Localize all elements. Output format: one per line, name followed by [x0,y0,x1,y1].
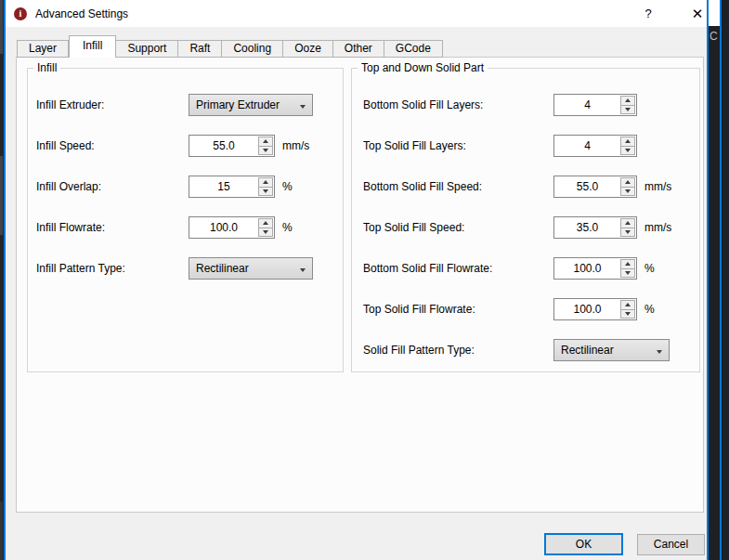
arrow-down-icon [625,108,631,111]
tab-support[interactable]: Support [116,40,178,58]
bottom-solid-fill-flowrate-label: Bottom Solid Fill Flowrate: [363,262,553,275]
spinbox-value[interactable]: 4 [554,95,620,115]
spin-down-button[interactable] [258,187,273,197]
infill-overlap-label: Infill Overlap: [36,180,189,193]
solid-fill-pattern-type-dropdown[interactable]: Rectilinear [553,339,670,361]
tab-cooling[interactable]: Cooling [222,40,283,58]
arrow-down-icon [625,312,631,316]
spinbox-value[interactable]: 4 [554,136,620,156]
arrow-down-icon [263,230,268,234]
spinbox-value[interactable]: 100.0 [554,258,620,279]
infill-extruder-dropdown[interactable]: Primary Extruder [189,94,313,116]
arrow-down-icon [625,189,631,193]
chevron-down-icon [300,98,306,111]
arrow-up-icon [263,221,268,225]
help-button[interactable]: ? [641,7,656,21]
spin-down-button[interactable] [620,268,635,279]
arrow-up-icon [625,262,631,266]
settings-row: Bottom Solid Fill Flowrate:100.0% [352,257,699,280]
app-info-icon: i [14,7,27,20]
background-app-area [709,0,729,560]
tab-gcode[interactable]: GCode [384,40,443,58]
arrow-up-icon [625,139,631,143]
spinbox-value[interactable]: 55.0 [189,136,258,156]
background-app-partial-text: C [709,30,718,43]
settings-row: Infill Overlap:15% [28,176,343,198]
ok-button[interactable]: OK [544,533,623,555]
tab-other[interactable]: Other [333,40,384,58]
infill-speed-spinbox[interactable]: 55.0 [189,135,275,157]
spinbox-value[interactable]: 15 [189,176,258,197]
spinner-buttons [620,177,635,196]
spin-down-button[interactable] [620,187,635,197]
bottom-solid-fill-flowrate-spinbox[interactable]: 100.0 [553,257,637,280]
bottom-solid-fill-speed-spinbox[interactable]: 55.0 [553,176,637,198]
bottom-solid-fill-layers-spinbox[interactable]: 4 [553,94,637,116]
infill-overlap-spinbox[interactable]: 15 [189,176,275,198]
tab-layer[interactable]: Layer [17,40,69,58]
tab-raft[interactable]: Raft [178,40,222,58]
settings-row: Top Solid Fill Layers:4 [352,135,699,157]
title-bar[interactable]: i Advanced Settings ? ✕ [6,0,707,27]
top-solid-fill-speed-spinbox[interactable]: 35.0 [553,216,637,239]
top-solid-fill-flowrate-spinbox[interactable]: 100.0 [553,298,637,320]
top-solid-fill-layers-spinbox[interactable]: 4 [553,135,637,157]
tab-content-pane: Infill Infill Extruder:Primary ExtruderI… [16,57,704,513]
spinner-buttons [258,137,273,155]
chevron-down-icon [657,344,662,357]
settings-row: Bottom Solid Fill Speed:55.0mm/s [352,176,699,198]
spin-down-button[interactable] [620,309,635,319]
spinner-buttons [620,96,635,114]
infill-flowrate-label: Infill Flowrate: [36,221,189,234]
arrow-down-icon [625,271,631,275]
screen: i Advanced Settings ? ✕ LayerInfillSuppo… [0,0,729,560]
unit-label: mm/s [644,180,671,193]
spinbox-value[interactable]: 35.0 [554,217,620,238]
spin-down-button[interactable] [620,228,635,238]
top-solid-fill-layers-label: Top Solid Fill Layers: [363,139,553,152]
infill-pattern-type-dropdown[interactable]: Rectilinear [189,257,313,280]
arrow-up-icon [263,139,268,143]
spin-down-button[interactable] [620,105,635,115]
spinbox-value[interactable]: 100.0 [554,299,620,319]
spinner-buttons [258,177,273,196]
advanced-settings-dialog: i Advanced Settings ? ✕ LayerInfillSuppo… [4,0,709,560]
bottom-solid-fill-layers-label: Bottom Solid Fill Layers: [363,98,553,111]
background-app-sliver [0,501,3,560]
unit-label: % [644,303,655,316]
bottom-solid-fill-speed-label: Bottom Solid Fill Speed: [363,180,553,193]
spin-down-button[interactable] [258,146,273,156]
arrow-down-icon [300,268,306,272]
infill-flowrate-spinbox[interactable]: 100.0 [189,216,275,239]
chevron-down-icon [300,262,306,275]
infill-extruder-label: Infill Extruder: [36,98,189,111]
tab-ooze[interactable]: Ooze [283,40,333,58]
tab-infill[interactable]: Infill [69,35,116,58]
arrow-up-icon [263,180,268,184]
unit-label: mm/s [644,221,671,234]
unit-label: % [282,221,293,234]
spin-down-button[interactable] [258,228,273,238]
arrow-down-icon [300,105,306,109]
cancel-button[interactable]: Cancel [637,534,705,555]
arrow-down-icon [625,230,631,234]
background-app-sliver [0,156,3,235]
settings-row: Top Solid Fill Flowrate:100.0% [352,298,699,320]
arrow-down-icon [263,189,268,193]
top-solid-fill-flowrate-label: Top Solid Fill Flowrate: [363,303,553,316]
tab-bar: LayerInfillSupportRaftCoolingOozeOtherGC… [17,35,443,58]
infill-speed-label: Infill Speed: [36,139,189,152]
arrow-up-icon [625,221,631,225]
spin-down-button[interactable] [620,146,635,156]
dropdown-value: Rectilinear [196,262,249,275]
spinner-buttons [620,137,635,155]
settings-row: Solid Fill Pattern Type:Rectilinear [352,339,699,361]
top-solid-fill-speed-label: Top Solid Fill Speed: [363,221,553,234]
close-icon[interactable]: ✕ [688,5,707,23]
settings-row: Infill Speed:55.0mm/s [28,135,343,157]
solid-part-group-box: Top and Down Solid Part Bottom Solid Fil… [351,68,700,372]
spinbox-value[interactable]: 100.0 [189,217,258,238]
arrow-down-icon [625,149,631,152]
spinbox-value[interactable]: 55.0 [554,176,620,197]
dropdown-value: Primary Extruder [196,98,280,111]
